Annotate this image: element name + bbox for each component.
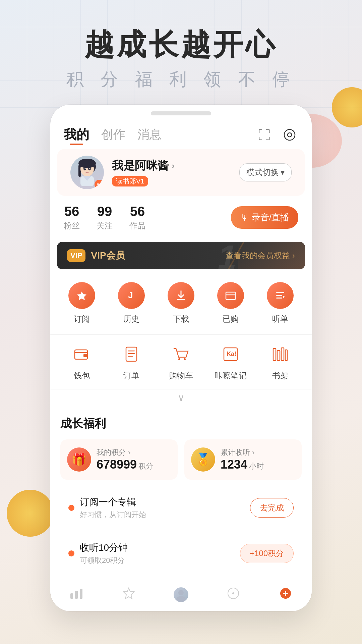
avatar[interactable]: V [70, 156, 104, 189]
tools-grid: 钱包 订单 [50, 335, 312, 389]
welfare-section: 成长福利 🎁 我的积分 › 678999 积分 [50, 406, 312, 574]
playlist-label: 听单 [272, 314, 288, 324]
phone-wrapper: 我的 创作 消息 [0, 105, 362, 611]
svg-rect-43 [285, 350, 287, 361]
app-content: 我的 创作 消息 [50, 115, 312, 611]
quick-item-playlist[interactable]: 听单 [255, 282, 305, 324]
notes-label: 咔嚓笔记 [215, 370, 247, 381]
record-button[interactable]: 🎙 录音/直播 [231, 206, 298, 229]
svg-rect-7 [269, 137, 269, 140]
svg-rect-53 [285, 591, 286, 596]
stat-fans[interactable]: 56 粉丝 [64, 204, 80, 231]
history-icon: J [118, 282, 145, 309]
task-item-subscribe: 订阅一个专辑 好习惯，从订阅开始 去完成 [60, 488, 302, 528]
order-icon [120, 343, 143, 366]
task-btn-2[interactable]: +100积分 [240, 544, 294, 563]
task-info-2: 收听10分钟 可领取20积分 [80, 541, 240, 566]
cart-label: 购物车 [169, 370, 193, 381]
svg-point-36 [178, 358, 180, 360]
tool-notes[interactable]: Ka! 咔嚓笔记 [206, 343, 255, 386]
bottom-nav-star[interactable] [103, 586, 155, 606]
svg-rect-27 [276, 295, 282, 296]
mode-switch-button[interactable]: 模式切换 ▾ [239, 163, 292, 181]
task-desc-2: 可领取20积分 [80, 555, 240, 566]
hours-unit: 小时 [249, 462, 264, 470]
task-item-listen: 收听10分钟 可领取20积分 +100积分 [60, 533, 302, 574]
subscribe-label: 订阅 [74, 314, 90, 324]
phone-mockup: 我的 创作 消息 [50, 105, 312, 611]
quick-item-subscribe[interactable]: 订阅 [57, 282, 107, 324]
works-label: 作品 [129, 220, 145, 231]
quick-item-download[interactable]: 下载 [156, 282, 206, 324]
bookshelf-label: 书架 [272, 370, 288, 381]
bottom-nav-compass[interactable] [207, 586, 259, 606]
mic-icon: 🎙 [240, 212, 249, 223]
profile-section: V 我是阿咪酱 › 读书郎V1 模式切换 ▾ [57, 149, 305, 196]
bottom-nav-red[interactable] [259, 586, 312, 606]
task-title-2: 收听10分钟 [80, 541, 240, 554]
points-icon: 🎁 [67, 447, 91, 472]
bottom-navigation [50, 579, 312, 611]
tool-bookshelf[interactable]: 书架 [255, 343, 305, 386]
welfare-title: 成长福利 [60, 416, 302, 431]
quick-item-history[interactable]: J 历史 [107, 282, 156, 324]
svg-rect-32 [126, 347, 137, 361]
scan-icon-button[interactable] [255, 126, 273, 144]
cart-icon [169, 343, 193, 366]
bottom-nav-chart[interactable] [50, 587, 103, 605]
welfare-card-points[interactable]: 🎁 我的积分 › 678999 积分 [60, 439, 178, 480]
header-title: 越成长越开心 [0, 27, 362, 62]
tab-mine[interactable]: 我的 [64, 126, 89, 143]
following-label: 关注 [97, 220, 113, 231]
quick-item-purchased[interactable]: 已购 [206, 282, 255, 324]
top-nav: 我的 创作 消息 [50, 115, 312, 149]
tool-cart[interactable]: 购物车 [156, 343, 206, 386]
order-label: 订单 [123, 370, 139, 381]
svg-rect-35 [128, 356, 133, 357]
hours-number: 1234 [221, 458, 247, 471]
tab-message[interactable]: 消息 [137, 126, 162, 143]
bottom-nav-profile[interactable] [155, 587, 207, 604]
svg-point-16 [85, 168, 86, 169]
playlist-icon [267, 282, 294, 309]
svg-rect-44 [70, 593, 73, 599]
hours-info: 累计收听 › 1234 小时 [221, 447, 264, 472]
settings-icon-button[interactable] [281, 126, 298, 144]
vip-banner[interactable]: 1 VIP VIP会员 查看我的会员权益 › [57, 242, 305, 269]
more-arrow[interactable]: ∨ [50, 389, 312, 406]
svg-rect-24 [226, 292, 235, 300]
svg-rect-28 [276, 298, 282, 299]
subscribe-icon [68, 282, 95, 309]
svg-point-13 [78, 159, 96, 168]
task-dot-2 [68, 550, 74, 556]
points-number: 678999 [97, 458, 137, 471]
svg-rect-1 [259, 129, 259, 133]
download-label: 下载 [173, 314, 189, 324]
svg-point-47 [178, 590, 184, 595]
following-count: 99 [97, 204, 113, 219]
task-btn-1[interactable]: 去完成 [250, 498, 294, 518]
task-info-1: 订阅一个专辑 好习惯，从订阅开始 [80, 496, 250, 520]
welfare-card-hours[interactable]: 🏅 累计收听 › 1234 小时 [184, 439, 302, 480]
svg-rect-33 [128, 351, 135, 352]
tool-order[interactable]: 订单 [107, 343, 156, 386]
wallet-icon [70, 343, 94, 366]
stat-following[interactable]: 99 关注 [97, 204, 113, 231]
svg-point-17 [89, 168, 90, 169]
svg-rect-31 [83, 354, 87, 357]
vip-small-badge: V [95, 180, 104, 189]
svg-rect-5 [259, 137, 259, 140]
welfare-cards: 🎁 我的积分 › 678999 积分 🏅 累计收 [60, 439, 302, 480]
points-info: 我的积分 › 678999 积分 [97, 447, 153, 472]
tab-create[interactable]: 创作 [101, 126, 125, 143]
bookshelf-icon [268, 343, 292, 366]
fans-count: 56 [64, 204, 80, 219]
profile-tag: 读书郎V1 [112, 176, 148, 186]
header-subtitle: 积 分 福 利 领 不 停 [0, 68, 362, 91]
svg-rect-3 [269, 129, 269, 133]
profile-name: 我是阿咪酱 › [112, 158, 239, 173]
compass-nav-icon [226, 586, 241, 604]
tool-wallet[interactable]: 钱包 [57, 343, 107, 386]
stat-works[interactable]: 56 作品 [129, 204, 145, 231]
points-unit: 积分 [138, 462, 153, 470]
